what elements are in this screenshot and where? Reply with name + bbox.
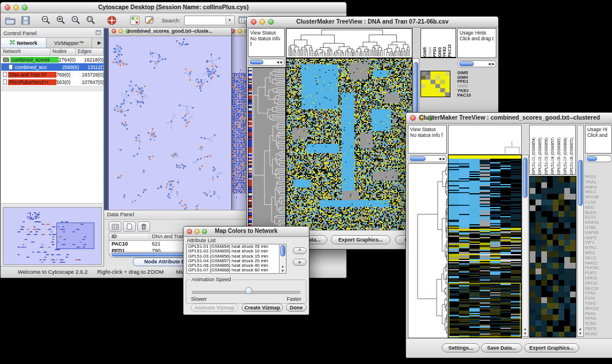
control-panel-tabs: Network VizMapper™ ▶ xyxy=(1,38,104,48)
network-name: combined_sco xyxy=(14,64,62,70)
zoom-out-icon[interactable] xyxy=(40,14,52,26)
network-list-row[interactable]: DNA and Tran 07 769(0) 183728(0) xyxy=(1,71,104,78)
animate-vizmap-button[interactable]: Animate Vizmap xyxy=(191,304,238,312)
network-row-icon xyxy=(3,79,7,85)
network-row-icon xyxy=(9,64,13,70)
tab-network[interactable]: Network xyxy=(1,38,47,48)
zoom-fit-icon[interactable] xyxy=(85,14,97,26)
network-list-row[interactable]: combined_scores 2764(0) 16218(0) xyxy=(1,56,104,63)
dialog-title: Map Colors to Network xyxy=(183,228,309,234)
scrollbar-thumb[interactable] xyxy=(250,60,263,64)
column-dendrogram-1[interactable] xyxy=(286,28,412,58)
network-window-1[interactable]: combined_scores_good.txt--cluste... xyxy=(107,28,232,220)
tab-overflow-arrow[interactable]: ▶ xyxy=(92,38,104,48)
treeview2-titlebar[interactable]: ClusterMaker TreeView : combined_scores_… xyxy=(406,113,612,124)
select-attributes-icon[interactable] xyxy=(109,221,121,232)
heatmap-2[interactable] xyxy=(448,155,522,338)
scrollbar-thumb[interactable] xyxy=(280,245,285,256)
new-attribute-icon[interactable] xyxy=(123,221,136,232)
scrollbar-thumb[interactable] xyxy=(523,158,527,198)
column-label: GPL51-06 (GSM865) xyxy=(556,137,562,174)
animation-speed-label: Animation Speed xyxy=(190,277,233,282)
global-heatmap-thumbnail-1[interactable] xyxy=(420,71,450,97)
column-label: PAC10 xyxy=(447,44,453,57)
tab-vizmapper[interactable]: VizMapper™ xyxy=(47,38,92,48)
zoomed-heatmap-2[interactable] xyxy=(529,176,576,338)
row-dendrogram-2[interactable] xyxy=(408,163,448,338)
view-status-hscrollbar[interactable]: ◀▶ xyxy=(248,59,285,66)
export-graphics-button[interactable]: Export Graphics... xyxy=(331,235,391,244)
move-up-button[interactable]: ^ xyxy=(293,247,307,254)
scrollbar-thumb[interactable] xyxy=(578,160,583,206)
animation-speed-group: Animation Speed Slower Faster xyxy=(186,279,307,304)
attribute-row-id: PAC10 xyxy=(109,241,150,248)
main-window-title: Cytoscape Desktop (Session Name: collins… xyxy=(1,3,346,10)
network-window-1-titlebar[interactable]: combined_scores_good.txt--cluste... xyxy=(109,28,231,36)
attribute-list: GPL51-01 (GSM854) heat shock 05 minGPL51… xyxy=(186,244,286,274)
network-view-1-canvas[interactable] xyxy=(109,36,228,219)
gene-label: PAC10 xyxy=(457,93,495,98)
treeview1-title: ClusterMaker TreeView : DNA and Tran 07-… xyxy=(247,18,498,25)
network-edges: 13112(15) xyxy=(87,64,104,70)
attribute-list-item[interactable]: GPL51-07 (GSM868) heat shock 60 min xyxy=(187,268,286,273)
delete-attribute-icon[interactable] xyxy=(137,221,150,232)
usage-hints-text: Click and drag t xyxy=(460,36,494,41)
status-hint-zoom: Right-click + drag to ZOOM xyxy=(97,269,163,275)
move-down-button[interactable]: v xyxy=(293,259,307,266)
heatmap2-vscrollbar[interactable]: ▲▼ xyxy=(522,155,529,337)
network-overview-canvas[interactable] xyxy=(3,207,102,265)
dialog-titlebar[interactable]: Map Colors to Network xyxy=(183,227,309,237)
minimize-button[interactable] xyxy=(238,29,242,33)
create-vizmap-button[interactable]: Create Vizmap xyxy=(242,304,283,312)
export-graphics-button[interactable]: Export Graphics... xyxy=(524,343,579,352)
view-status-hscrollbar[interactable]: ◀▶ xyxy=(408,155,447,162)
annotation-icon[interactable] xyxy=(143,14,156,26)
treeview2-content: View Status No status info f ◀▶ ▲▼ GPL51… xyxy=(406,123,612,339)
column-label: GPL51-08 (GSM872) xyxy=(568,137,575,174)
save-data-button[interactable]: Save Data... xyxy=(481,343,522,352)
network-list-row[interactable]: combined_sco 2569(6) 13112(15) xyxy=(1,63,104,71)
node-palette-icon[interactable] xyxy=(128,14,141,26)
zoom-in-icon[interactable] xyxy=(55,14,67,26)
usage-hints-title: Usage Hints xyxy=(460,30,494,36)
search-input[interactable]: ▼ xyxy=(184,16,235,25)
usage-hints-title: Usage Hi xyxy=(587,127,610,132)
treeview2-title: ClusterMaker TreeView : combined_scores_… xyxy=(406,114,612,121)
network-list-row[interactable]: RNAPuberNov2+I 563(0) 107847(0) xyxy=(1,78,104,86)
usage-hints-hscrollbar[interactable] xyxy=(585,155,612,162)
gene-list-1: GIM5GIM4PFD1GIM3YKE2PAC10 xyxy=(457,71,495,98)
scrollbar-thumb[interactable] xyxy=(410,156,426,161)
col-network[interactable]: Network xyxy=(1,48,51,55)
network-edges: 183728(0) xyxy=(82,72,104,78)
col-edges[interactable]: Edges xyxy=(76,48,104,55)
speed-slider-thumb[interactable] xyxy=(245,287,253,294)
scrollbar-thumb[interactable] xyxy=(587,156,597,161)
main-titlebar[interactable]: Cytoscape Desktop (Session Name: collins… xyxy=(1,2,346,13)
save-icon[interactable] xyxy=(19,14,32,26)
float-panel-icon[interactable] xyxy=(95,30,101,36)
attribute-list-vscrollbar[interactable]: ▲▼ xyxy=(279,244,286,273)
column-label: GPL51-01 (GSM854) xyxy=(530,137,537,174)
column-dendrogram-2[interactable] xyxy=(448,125,522,155)
map-colors-dialog: Map Colors to Network Attribute List GPL… xyxy=(183,226,309,315)
usage-hints-hscrollbar[interactable]: ◀▶ xyxy=(457,60,496,67)
column-label: PFD1 xyxy=(433,47,438,57)
search-dropdown-arrow[interactable]: ▼ xyxy=(225,17,234,24)
row-dendrogram-1[interactable] xyxy=(248,67,286,231)
view-status-title: View Status xyxy=(250,30,282,36)
help-lifering-icon[interactable] xyxy=(105,14,118,26)
settings-button[interactable]: Settings... xyxy=(442,343,480,352)
open-file-icon[interactable] xyxy=(4,14,17,26)
scrollbar-thumb[interactable] xyxy=(459,62,474,66)
done-button[interactable]: Done xyxy=(286,304,307,312)
network-table-header[interactable]: Network Nodes Edges xyxy=(1,48,104,56)
column-label: GPL51-04 (GSM857) xyxy=(549,137,556,174)
network-overview-panel xyxy=(3,205,102,265)
treeview1-titlebar[interactable]: ClusterMaker TreeView : DNA and Tran 07-… xyxy=(247,17,498,28)
heatmap-1[interactable] xyxy=(286,58,412,231)
zoom-selected-icon[interactable] xyxy=(70,14,82,26)
column-label: GIM5 xyxy=(423,47,428,57)
col-id[interactable]: ID xyxy=(109,233,150,240)
col-nodes[interactable]: Nodes xyxy=(51,48,76,55)
labels-vscrollbar[interactable]: ▲▼ xyxy=(577,125,584,337)
